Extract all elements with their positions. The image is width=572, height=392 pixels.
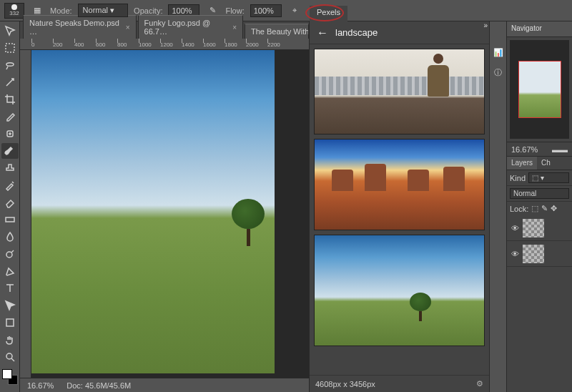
type-tool[interactable]: [1, 280, 19, 296]
lock-label: Lock:: [510, 205, 528, 213]
blend-mode-select[interactable]: Normal ▾: [78, 4, 129, 17]
crop-tool[interactable]: [1, 92, 19, 107]
layers-tab[interactable]: Layers: [507, 157, 537, 170]
path-tool[interactable]: [1, 298, 19, 313]
lock-icon[interactable]: ⬚: [531, 204, 538, 213]
ruler-vertical: [20, 50, 31, 378]
document-canvas[interactable]: [31, 50, 275, 373]
shape-tool[interactable]: [1, 315, 19, 330]
hand-tool[interactable]: [1, 332, 19, 348]
document-tab[interactable]: Funky Logo.psd @ 66.7…×: [138, 15, 243, 39]
tools-panel: [0, 21, 20, 392]
close-icon[interactable]: ×: [126, 24, 130, 31]
pexels-panel: Pexels ← landscape 4608px x 3456px ⚙: [309, 21, 489, 392]
status-bar: 16.67% Doc: 45.6M/45.6M: [20, 378, 309, 392]
image-dimensions: 4608px x 3456px: [315, 380, 375, 388]
brush-preview[interactable]: 332: [4, 3, 24, 19]
pexels-results[interactable]: [310, 44, 489, 375]
canvas-area[interactable]: [31, 50, 309, 378]
move-tool[interactable]: [1, 23, 19, 39]
layer-thumb[interactable]: [523, 245, 544, 263]
ruler-horizontal: 0200400600800100012001400160018002000220…: [20, 39, 309, 50]
opacity-label: Opacity:: [134, 6, 162, 15]
stamp-tool[interactable]: [1, 160, 19, 176]
doc-size: Doc: 45.6M/45.6M: [66, 381, 131, 390]
collapsed-dock: » 📊 ⓘ: [489, 21, 506, 392]
collapse-icon[interactable]: »: [483, 21, 488, 29]
flow-input[interactable]: 100%: [250, 4, 282, 17]
zoom-tool[interactable]: [1, 349, 19, 365]
heal-tool[interactable]: [1, 126, 19, 142]
color-swatches[interactable]: [2, 369, 18, 385]
pexels-tab[interactable]: Pexels: [310, 6, 347, 21]
svg-rect-2: [6, 217, 14, 222]
svg-rect-4: [6, 319, 14, 326]
navigator-preview[interactable]: [510, 40, 569, 139]
flow-label: Flow:: [225, 6, 244, 15]
visibility-icon[interactable]: 👁: [510, 224, 520, 232]
zoom-slider[interactable]: ▬▬: [552, 145, 568, 154]
lock-icon[interactable]: ✎: [541, 204, 548, 213]
eraser-tool[interactable]: [1, 195, 19, 210]
right-panels: Navigator 16.67% ▬▬ Layers Ch Kind ⬚ ▾ N…: [506, 21, 572, 392]
marquee-tool[interactable]: [1, 40, 19, 56]
document-tab[interactable]: The Beauty Withi…: [245, 24, 309, 39]
back-icon[interactable]: ←: [317, 26, 328, 39]
result-item[interactable]: [314, 139, 485, 230]
document-tab[interactable]: Nature Speaks Demo.psd …×: [23, 15, 137, 39]
pen-tool[interactable]: [1, 263, 19, 279]
histogram-icon[interactable]: 📊: [492, 46, 505, 59]
document-tabs: Nature Speaks Demo.psd …× Funky Logo.psd…: [20, 21, 309, 39]
svg-point-5: [6, 353, 12, 359]
navigator-zoom[interactable]: 16.67%: [511, 145, 538, 154]
lasso-tool[interactable]: [1, 57, 19, 73]
mode-label: Mode:: [50, 6, 72, 15]
gear-icon[interactable]: ⚙: [476, 379, 483, 388]
history-brush-tool[interactable]: [1, 177, 19, 193]
layer-row[interactable]: 👁: [507, 215, 572, 241]
layer-thumb[interactable]: [523, 219, 544, 237]
kind-filter[interactable]: ⬚ ▾: [528, 172, 569, 183]
close-icon[interactable]: ×: [232, 24, 237, 31]
channels-tab[interactable]: Ch: [537, 157, 555, 170]
eyedropper-tool[interactable]: [1, 109, 19, 124]
info-icon[interactable]: ⓘ: [492, 66, 505, 79]
gradient-tool[interactable]: [1, 212, 19, 227]
lock-icon[interactable]: ✥: [551, 204, 557, 213]
search-term[interactable]: landscape: [335, 27, 378, 38]
result-item[interactable]: [314, 49, 485, 134]
airbrush-icon[interactable]: ⌖: [287, 4, 302, 18]
zoom-level[interactable]: 16.67%: [27, 381, 54, 390]
brush-tool[interactable]: [1, 143, 19, 159]
layer-row[interactable]: 👁: [507, 241, 572, 267]
kind-label: Kind: [510, 174, 526, 182]
svg-point-3: [6, 252, 12, 258]
blur-tool[interactable]: [1, 229, 19, 245]
layer-blend-select[interactable]: Normal: [510, 188, 569, 199]
result-item[interactable]: [314, 235, 485, 346]
wand-tool[interactable]: [1, 74, 19, 90]
svg-rect-0: [6, 44, 14, 52]
navigator-tab[interactable]: Navigator: [507, 21, 572, 37]
visibility-icon[interactable]: 👁: [510, 250, 520, 258]
dodge-tool[interactable]: [1, 246, 19, 262]
